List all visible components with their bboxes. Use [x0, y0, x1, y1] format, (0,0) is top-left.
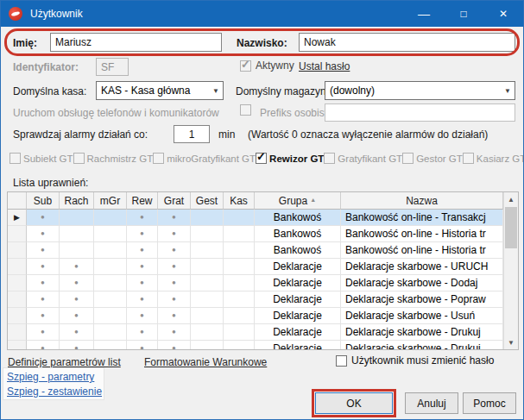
- permission-dot: ●: [158, 226, 191, 242]
- column-header-Grat[interactable]: Grat: [158, 192, 191, 210]
- nazwa-cell: Deklaracje skarbowe - URUCH: [341, 259, 503, 275]
- must-change-password-row[interactable]: Użytkownik musi zmienić hasło: [336, 354, 494, 367]
- column-header-Nazwa[interactable]: Nazwa: [341, 192, 503, 210]
- anuluj-button[interactable]: Anuluj: [405, 392, 458, 414]
- ustal-haslo-link[interactable]: Ustal hasło: [299, 60, 350, 72]
- nazwisko-input[interactable]: [299, 33, 515, 52]
- must-change-password-checkbox[interactable]: [336, 355, 347, 367]
- permission-dot: ●: [158, 308, 191, 324]
- permission-dot: ●: [60, 308, 94, 324]
- empty-cell: [94, 242, 127, 259]
- pomoc-button[interactable]: Pomoc: [463, 392, 516, 414]
- permission-row[interactable]: ●●●●DeklaracjeDeklaracje skarbowe - URUC…: [8, 259, 503, 275]
- domyslna-kasa-select[interactable]: KAS - Kasa główna ▼: [96, 81, 224, 100]
- permission-dot: ●: [127, 275, 158, 291]
- checkbox[interactable]: [256, 153, 267, 164]
- column-header-mGr[interactable]: mGr: [94, 192, 127, 210]
- scrollbar-thumb[interactable]: [505, 207, 517, 248]
- identyfikator-input: [96, 58, 129, 76]
- grupa-cell: Bankowoś: [255, 210, 341, 226]
- szpieg-parametry-link[interactable]: Szpieg - parametry: [7, 371, 94, 383]
- lista-uprawnien-label: Lista uprawnień:: [13, 177, 88, 189]
- permission-dot: ●: [158, 275, 191, 291]
- program-checkbox-rewizor-gt[interactable]: Rewizor GT: [256, 153, 324, 164]
- chevron-down-icon: ▼: [209, 87, 223, 95]
- permission-row[interactable]: ▶●●●BankowośBankowość on-line - Transakc…: [8, 210, 503, 226]
- permission-row[interactable]: ●●●●DeklaracjeDeklaracje skarbowe - Druk…: [8, 324, 503, 341]
- program-label: Kasiarz GT: [477, 154, 524, 164]
- column-header-Rew[interactable]: Rew: [127, 192, 158, 210]
- formatowanie-warunkowe-link[interactable]: Formatowanie Warunkowe: [144, 356, 267, 368]
- permission-row[interactable]: ●●●●DeklaracjeDeklaracje skarbowe - Popr…: [8, 291, 503, 308]
- row-selector: [8, 291, 27, 308]
- nazwa-cell: Bankowość on-line - Transakcj: [341, 210, 503, 226]
- empty-cell: [224, 308, 255, 324]
- szpieg-zestawienie-link[interactable]: Szpieg - zestawienie: [7, 386, 102, 398]
- empty-cell: [224, 291, 255, 308]
- empty-cell: [191, 324, 224, 341]
- permission-row[interactable]: ●●●●DeklaracjeDeklaracje skarbowe - Usuń: [8, 308, 503, 324]
- empty-cell: [224, 324, 255, 341]
- close-button[interactable]: ✕: [483, 1, 523, 27]
- permission-dot: ●: [27, 210, 60, 226]
- permission-row[interactable]: ●●●BankowośBankowość on-line - Historia …: [8, 226, 503, 242]
- grid-content: SubRachmGrRewGratGestKasGrupa▲Nazwa ▶●●●…: [8, 192, 503, 349]
- column-header-Grupa[interactable]: Grupa▲: [255, 192, 341, 210]
- domyslny-magazyn-label: Domyślny magazyn:: [236, 85, 329, 97]
- ok-button[interactable]: OK: [315, 392, 393, 414]
- program-label: Gratyfikant GT: [338, 154, 402, 164]
- grupa-cell: Deklaracje: [255, 308, 341, 324]
- imie-input[interactable]: [50, 33, 222, 52]
- telefony-label: Uruchom obsługę telefonów i komunikatoró…: [13, 107, 219, 119]
- checkbox: [463, 153, 474, 164]
- maximize-button[interactable]: □: [444, 1, 483, 27]
- permission-dot: ●: [127, 308, 158, 324]
- permission-dot: ●: [27, 242, 60, 259]
- column-header-Kas[interactable]: Kas: [224, 192, 255, 210]
- nazwa-cell: Deklaracje skarbowe - Popraw: [341, 291, 503, 308]
- empty-cell: [94, 291, 127, 308]
- selected-row-marker: ▶: [8, 210, 27, 226]
- definicje-parametrow-link[interactable]: Definicje parametrów list: [8, 356, 121, 368]
- domyslna-kasa-label: Domyślna kasa:: [13, 85, 86, 97]
- alarmy-input[interactable]: [174, 125, 210, 143]
- permission-row[interactable]: ●●●●DeklaracjeDeklaracje skarbowe - Doda…: [8, 275, 503, 291]
- permission-dot: ●: [127, 226, 158, 242]
- program-label: Rewizor GT: [269, 154, 324, 164]
- column-header-selector[interactable]: [8, 192, 27, 210]
- row-selector: [8, 308, 27, 324]
- chevron-down-icon: ▼: [501, 87, 515, 95]
- nazwa-cell: Bankowość on-line - Historia tr: [341, 242, 503, 259]
- vertical-scrollbar[interactable]: ▲ ▼: [503, 192, 518, 349]
- program-label: Gestor GT: [416, 154, 463, 164]
- program-checkbox-rachmistrz-gt: Rachmistrz GT: [73, 153, 154, 164]
- row-selector: [8, 226, 27, 242]
- empty-cell: [191, 210, 224, 226]
- permission-row[interactable]: ●●●●DeklaracjeDeklaracje skarbowe - Druk…: [8, 341, 503, 349]
- column-header-Rach[interactable]: Rach: [60, 192, 94, 210]
- app-icon[interactable]: [9, 7, 22, 21]
- permission-dot: ●: [27, 275, 60, 291]
- prefiks-input[interactable]: [325, 103, 515, 122]
- permission-dot: ●: [27, 308, 60, 324]
- minimize-button[interactable]: —: [404, 1, 444, 32]
- grupa-cell: Bankowoś: [255, 242, 341, 259]
- empty-cell: [191, 275, 224, 291]
- aktywny-label: Aktywny: [256, 60, 294, 72]
- domyslny-magazyn-select[interactable]: (dowolny) ▼: [325, 81, 515, 100]
- column-header-Sub[interactable]: Sub: [27, 192, 60, 210]
- column-header-Gest[interactable]: Gest: [191, 192, 224, 210]
- grupa-cell: Deklaracje: [255, 275, 341, 291]
- permission-dot: ●: [27, 291, 60, 308]
- program-checkbox-subiekt-gt: Subiekt GT: [9, 153, 73, 164]
- row-selector: [8, 324, 27, 341]
- empty-cell: [224, 242, 255, 259]
- permission-row[interactable]: ●●●BankowośBankowość on-line - Historia …: [8, 242, 503, 259]
- scroll-up-icon[interactable]: ▲: [504, 192, 518, 206]
- permission-dot: ●: [158, 210, 191, 226]
- scroll-down-icon[interactable]: ▼: [504, 335, 518, 349]
- nazwa-cell: Deklaracje skarbowe - Usuń: [341, 308, 503, 324]
- program-checkbox-gratyfikant-gt: Gratyfikant GT: [324, 153, 402, 164]
- telefony-checkbox-row: [240, 104, 251, 116]
- grupa-cell: Deklaracje: [255, 259, 341, 275]
